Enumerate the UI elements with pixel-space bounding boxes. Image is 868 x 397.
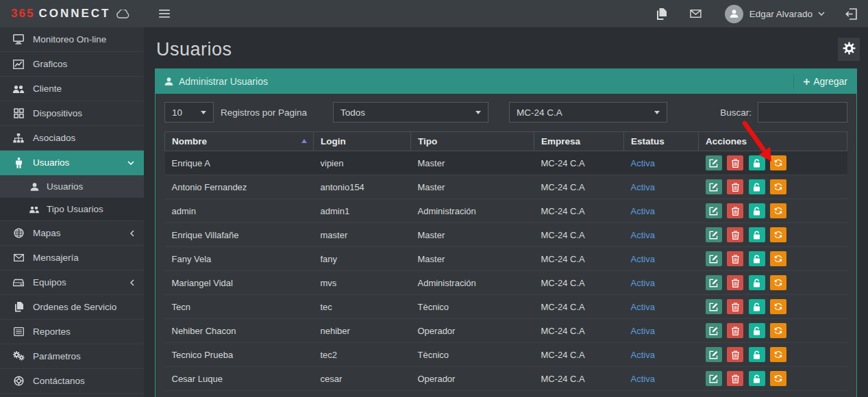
column-header-nombre[interactable]: Nombre	[165, 132, 314, 151]
refresh-button[interactable]	[770, 251, 786, 266]
sidebar-item-graficos[interactable]: Graficos	[0, 52, 144, 77]
sidebar-item-dispositivos[interactable]: Dispositivos	[0, 101, 144, 126]
column-header-estatus[interactable]: Estatus	[624, 132, 699, 151]
delete-button[interactable]	[727, 299, 743, 314]
refresh-button[interactable]	[770, 275, 786, 290]
sidebar-item-mapas[interactable]: Mapas	[0, 221, 144, 246]
user-menu[interactable]: Edgar Alvarado	[749, 9, 813, 19]
cell-empresa: MC-24 C.A	[534, 223, 624, 247]
company-filter-select[interactable]: MC-24 C.A	[509, 102, 667, 123]
sidebar-item-equipos[interactable]: Equipos	[0, 270, 144, 295]
chevron-down-icon[interactable]	[818, 12, 825, 16]
lock-button[interactable]	[749, 251, 765, 266]
monitor-icon	[10, 34, 27, 44]
sidebar-submenu-usuarios: Usuarios Tipo Usuarios	[0, 175, 144, 221]
table-row: Tecnico Prueba tec2 Tècnico MC-24 C.A Ac…	[165, 343, 847, 367]
documents-icon[interactable]	[656, 8, 667, 20]
status-link[interactable]: Activa	[631, 302, 655, 312]
sidebar-item-contactanos[interactable]: Contáctanos	[0, 369, 144, 394]
lock-button[interactable]	[749, 179, 765, 194]
refresh-button[interactable]	[770, 299, 786, 314]
refresh-button[interactable]	[770, 371, 786, 386]
search-label: Buscar:	[720, 107, 752, 118]
status-link[interactable]: Activa	[631, 158, 655, 168]
column-header-acciones[interactable]: Acciones	[699, 132, 847, 151]
edit-button[interactable]	[706, 251, 722, 266]
refresh-button[interactable]	[770, 323, 786, 338]
cell-nombre: Tecn	[165, 295, 314, 319]
submenu-item-tipo-usuarios[interactable]: Tipo Usuarios	[0, 198, 144, 220]
cell-tipo: Master	[411, 223, 534, 247]
delete-button[interactable]	[727, 275, 743, 290]
edit-button[interactable]	[706, 179, 722, 194]
sidebar-item-reportes[interactable]: Reportes	[0, 320, 144, 344]
lock-button[interactable]	[749, 203, 765, 218]
sidebar-item-mensajeria[interactable]: Mensajería	[0, 246, 144, 270]
status-link[interactable]: Activa	[631, 182, 655, 192]
edit-button[interactable]	[706, 299, 722, 314]
submenu-item-usuarios[interactable]: Usuarios	[0, 175, 144, 198]
column-header-login[interactable]: Login	[314, 132, 411, 151]
type-filter-select[interactable]: Todos	[333, 102, 488, 123]
delete-button[interactable]	[727, 347, 743, 362]
cell-nombre: Tecnico Prueba	[165, 343, 314, 367]
edit-button[interactable]	[706, 323, 722, 338]
lock-button[interactable]	[749, 323, 765, 338]
messages-icon[interactable]	[690, 10, 702, 18]
cell-login: vipien	[314, 151, 411, 175]
sidebar-item-monitoreo[interactable]: Monitoreo On-line	[0, 27, 144, 52]
lock-button[interactable]	[749, 155, 765, 170]
lock-button[interactable]	[749, 275, 765, 290]
lock-button[interactable]	[749, 371, 765, 386]
page-size-select[interactable]: 10	[164, 102, 214, 123]
edit-button[interactable]	[706, 155, 722, 170]
sidebar-item-asociados[interactable]: Asociados	[0, 126, 144, 151]
delete-button[interactable]	[727, 251, 743, 266]
column-header-tipo[interactable]: Tipo	[411, 132, 534, 151]
cell-tipo: Operador	[411, 319, 534, 343]
cell-empresa: MC-24 C.A	[534, 343, 624, 367]
settings-button[interactable]	[838, 38, 860, 61]
sidebar-item-parametros[interactable]: Parámetros	[0, 344, 144, 369]
search-input[interactable]	[758, 102, 847, 123]
cell-nombre: Fany Vela	[165, 247, 314, 271]
refresh-button[interactable]	[770, 347, 786, 362]
sidebar-item-usuarios[interactable]: Usuarios	[0, 151, 144, 175]
add-user-label: Agregar	[813, 76, 847, 87]
sidebar-item-cliente[interactable]: Cliente	[0, 77, 144, 101]
status-link[interactable]: Activa	[631, 278, 655, 288]
sidebar-item-ordenes[interactable]: Ordenes de Servicio	[0, 295, 144, 320]
delete-button[interactable]	[727, 227, 743, 242]
avatar[interactable]	[725, 5, 743, 23]
edit-button[interactable]	[706, 275, 722, 290]
edit-button[interactable]	[706, 227, 722, 242]
status-link[interactable]: Activa	[631, 350, 655, 360]
status-link[interactable]: Activa	[631, 326, 655, 336]
add-user-button[interactable]: Agregar	[793, 74, 847, 89]
column-header-empresa[interactable]: Empresa	[534, 132, 624, 151]
hamburger-menu-icon[interactable]	[159, 10, 170, 18]
status-link[interactable]: Activa	[631, 374, 655, 384]
refresh-button[interactable]	[770, 227, 786, 242]
refresh-button[interactable]	[770, 155, 786, 170]
status-link[interactable]: Activa	[631, 254, 655, 264]
cell-tipo: Master	[411, 247, 534, 271]
refresh-button[interactable]	[770, 203, 786, 218]
delete-button[interactable]	[727, 155, 743, 170]
delete-button[interactable]	[727, 371, 743, 386]
refresh-button[interactable]	[770, 179, 786, 194]
chevron-left-icon	[130, 230, 134, 237]
edit-button[interactable]	[706, 347, 722, 362]
logout-icon[interactable]	[845, 8, 857, 20]
delete-button[interactable]	[727, 179, 743, 194]
lock-button[interactable]	[749, 347, 765, 362]
edit-button[interactable]	[706, 371, 722, 386]
edit-button[interactable]	[706, 203, 722, 218]
delete-button[interactable]	[727, 323, 743, 338]
lock-button[interactable]	[749, 227, 765, 242]
delete-button[interactable]	[727, 203, 743, 218]
status-link[interactable]: Activa	[631, 230, 655, 240]
lock-button[interactable]	[749, 299, 765, 314]
status-link[interactable]: Activa	[631, 206, 655, 216]
cell-tipo: Operador	[411, 367, 534, 391]
